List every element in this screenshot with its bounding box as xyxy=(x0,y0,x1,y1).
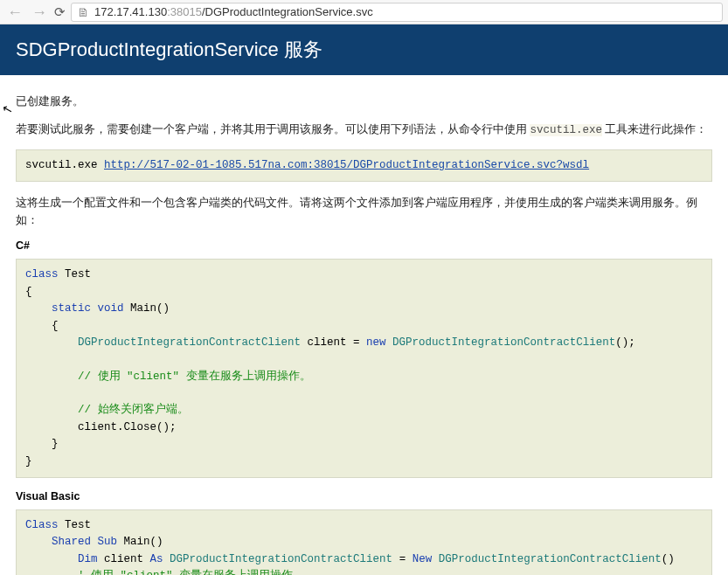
code-token: Main() xyxy=(117,536,163,548)
code-token: DGProductIntegrationContractClient xyxy=(432,553,662,565)
vb-code-block: Class Test Shared Sub Main() Dim client … xyxy=(16,509,712,575)
code-token: As xyxy=(150,553,163,565)
code-token: Dim xyxy=(78,553,98,565)
code-token: class xyxy=(25,268,59,281)
followup-paragraph: 这将生成一个配置文件和一个包含客户端类的代码文件。请将这两个文件添加到客户端应用… xyxy=(16,194,712,229)
code-token xyxy=(25,336,78,349)
browser-toolbar: ← → ⟳ 🗎 172.17.41.130:38015/DGProductInt… xyxy=(0,0,728,24)
page-icon: 🗎 xyxy=(77,5,89,19)
code-token xyxy=(25,404,78,416)
code-token: Main() xyxy=(124,302,170,315)
code-token: { xyxy=(25,320,59,332)
url-bar[interactable]: 🗎 172.17.41.130:38015/DGProductIntegrati… xyxy=(71,3,723,22)
back-icon[interactable]: ← xyxy=(5,4,24,20)
code-token xyxy=(25,371,78,383)
code-token: // 始终关闭客户端。 xyxy=(78,404,189,416)
svcutil-cmd: svcutil.exe xyxy=(25,159,104,171)
reload-icon[interactable]: ⟳ xyxy=(54,4,66,20)
url-port: :38015 xyxy=(167,5,202,18)
code-token: DGProductIntegrationContractClient xyxy=(170,553,392,565)
code-token: Test xyxy=(59,268,92,281)
intro-prefix: 若要测试此服务，需要创建一个客户端，并将其用于调用该服务。可以使用下列语法，从命… xyxy=(16,123,530,135)
code-token: () xyxy=(662,553,675,565)
code-token xyxy=(163,553,170,565)
code-token: DGProductIntegrationContractClient xyxy=(386,336,616,349)
code-token: new xyxy=(366,336,386,349)
code-token xyxy=(25,553,78,565)
page-title: SDGProductIntegrationService 服务 xyxy=(16,38,322,60)
status-created: 已创建服务。 xyxy=(16,93,712,110)
intro-suffix: 工具来进行此操作： xyxy=(602,123,707,135)
code-token: } xyxy=(25,438,59,450)
code-token xyxy=(25,536,52,548)
code-token: // 使用 "client" 变量在服务上调用操作。 xyxy=(78,371,311,383)
code-token xyxy=(25,302,52,315)
code-token: = xyxy=(392,553,413,565)
wsdl-link[interactable]: http://517-02-01-1085.517na.com:38015/DG… xyxy=(104,159,589,171)
code-token: client xyxy=(98,553,150,565)
csharp-label: C# xyxy=(16,239,712,252)
url-path: /DGProductIntegrationService.svc xyxy=(202,5,373,18)
cursor-icon: ↖ xyxy=(1,101,15,118)
csharp-code-block: class Test { static void Main() { DGProd… xyxy=(16,259,712,478)
page-title-banner: SDGProductIntegrationService 服务 xyxy=(0,24,728,75)
code-token: DGProductIntegrationContractClient xyxy=(78,336,301,349)
code-token: ' 使用 "client" 变量在服务上调用操作。 xyxy=(78,570,304,575)
code-token xyxy=(25,570,78,575)
content-area: 已创建服务。 ↖ 若要测试此服务，需要创建一个客户端，并将其用于调用该服务。可以… xyxy=(0,75,728,575)
code-token: Class xyxy=(25,519,59,531)
svcutil-command-block: svcutil.exe http://517-02-01-1085.517na.… xyxy=(16,149,712,182)
code-token: Shared Sub xyxy=(52,536,117,548)
code-token: } xyxy=(25,455,32,468)
url-host: 172.17.41.130 xyxy=(94,5,167,18)
url-text: 172.17.41.130:38015/DGProductIntegration… xyxy=(94,5,373,18)
code-token: (); xyxy=(615,336,635,349)
code-token: client = xyxy=(301,336,366,349)
intro-paragraph: 若要测试此服务，需要创建一个客户端，并将其用于调用该服务。可以使用下列语法，从命… xyxy=(16,121,712,139)
forward-icon[interactable]: → xyxy=(30,4,49,20)
code-token: client.Close(); xyxy=(25,421,177,433)
svcutil-name: svcutil.exe xyxy=(530,124,602,136)
code-token: Test xyxy=(59,519,92,531)
code-token: { xyxy=(25,286,32,298)
code-token: New xyxy=(413,553,433,565)
code-token: static void xyxy=(52,302,124,315)
vb-label: Visual Basic xyxy=(16,490,712,502)
